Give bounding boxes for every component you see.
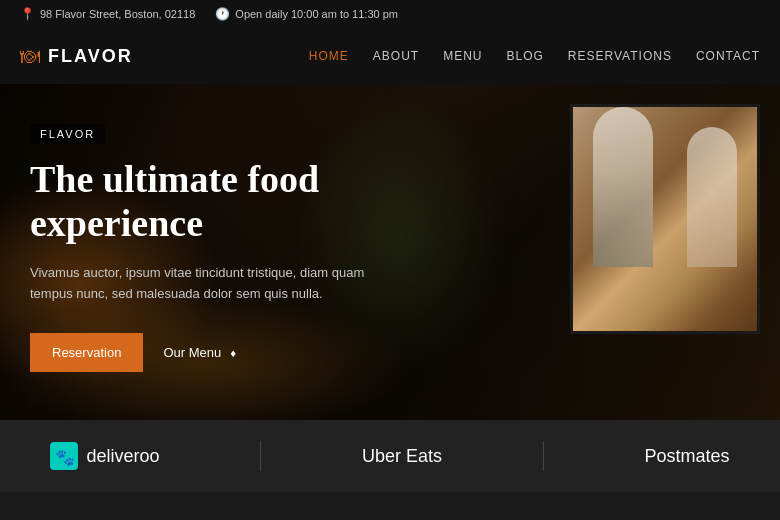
hero-side-image-inner [573, 107, 757, 331]
nav-reservations[interactable]: RESERVATIONS [568, 49, 672, 63]
logo-icon: 🍽 [20, 45, 40, 68]
hero-title: The ultimate foodexperience [30, 158, 490, 245]
clock-icon: 🕐 [215, 7, 230, 21]
divider-2 [543, 441, 544, 471]
nav-menu[interactable]: MENU [443, 49, 482, 63]
top-bar: 📍 98 Flavor Street, Boston, 02118 🕐 Open… [0, 0, 780, 28]
address-item: 📍 98 Flavor Street, Boston, 02118 [20, 7, 195, 21]
deliveroo-label: deliveroo [86, 446, 159, 467]
hero-buttons: Reservation Our Menu ⬧ [30, 333, 490, 372]
nav-about[interactable]: ABOUT [373, 49, 419, 63]
our-menu-button[interactable]: Our Menu ⬧ [163, 344, 237, 360]
nav-blog[interactable]: BLOG [507, 49, 544, 63]
nav-home[interactable]: HOME [309, 49, 349, 63]
our-menu-label: Our Menu [163, 345, 221, 360]
main-nav: HOME ABOUT MENU BLOG RESERVATIONS CONTAC… [309, 49, 760, 63]
location-icon: 📍 [20, 7, 35, 21]
partners-bar: 🐾 deliveroo Uber Eats Postmates [0, 420, 780, 492]
postmates-label: Postmates [645, 446, 730, 467]
partner-ubereats: Uber Eats [362, 446, 442, 467]
hours-text: Open daily 10:00 am to 11:30 pm [235, 8, 398, 20]
hero-subtitle: Vivamus auctor, ipsum vitae tincidunt tr… [30, 263, 390, 305]
arrow-icon: ⬧ [229, 344, 237, 360]
ubereats-label: Uber Eats [362, 446, 442, 467]
deliveroo-icon: 🐾 [50, 442, 78, 470]
partner-postmates: Postmates [645, 446, 730, 467]
address-text: 98 Flavor Street, Boston, 02118 [40, 8, 195, 20]
hero-content: FLAVOR The ultimate foodexperience Vivam… [0, 84, 520, 412]
reservation-button[interactable]: Reservation [30, 333, 143, 372]
logo-text: FLAVOR [48, 46, 133, 67]
divider-1 [260, 441, 261, 471]
hero-tag: FLAVOR [30, 124, 105, 144]
nav-contact[interactable]: CONTACT [696, 49, 760, 63]
logo[interactable]: 🍽 FLAVOR [20, 45, 133, 68]
svg-text:🐾: 🐾 [55, 448, 75, 467]
hours-item: 🕐 Open daily 10:00 am to 11:30 pm [215, 7, 398, 21]
hero-section: FLAVOR The ultimate foodexperience Vivam… [0, 84, 780, 420]
hero-side-image [570, 104, 760, 334]
header: 🍽 FLAVOR HOME ABOUT MENU BLOG RESERVATIO… [0, 28, 780, 84]
partner-deliveroo: 🐾 deliveroo [50, 442, 159, 470]
